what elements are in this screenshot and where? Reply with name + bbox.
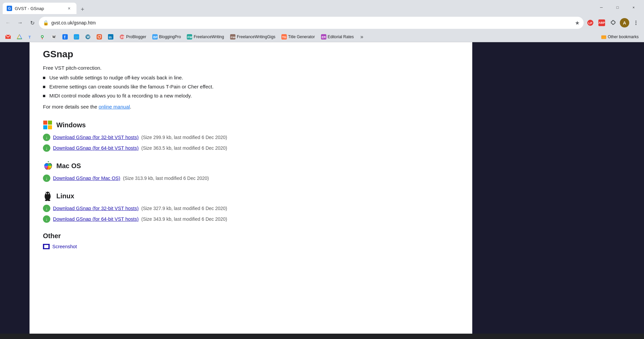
bookmark-wikipedia[interactable]: W [48,32,59,41]
svg-point-51 [48,200,50,201]
toolbar: ← → ↻ 🔒 gvst.co.uk/gsnap.htm ★ LP ABP [0,14,644,31]
window-controls: ─ □ × [594,2,644,14]
new-tab-button[interactable]: + [78,5,87,14]
svg-text:in: in [109,36,112,39]
address-bar[interactable]: 🔒 gvst.co.uk/gsnap.htm ★ [39,17,584,29]
download-row: ↓ Download GSnap (for 64-bit VST hosts) … [43,144,459,152]
linux-logo-icon [43,191,52,201]
bookmark-instagram[interactable] [94,32,105,41]
bookmark-linkedin[interactable]: in [105,32,116,41]
adblock-icon[interactable]: ABP [596,17,607,28]
screenshot-icon [43,244,50,249]
lastpass-icon[interactable]: LP [585,17,596,28]
bookmark-freelancewritinggigs[interactable]: FWG FreelanceWritingGigs [227,32,278,41]
bookmark-editorialrates[interactable]: ER Editorial Rates [318,32,357,41]
bookmark-bloggingpro[interactable]: BP BloggingPro [150,32,183,41]
toolbar-icons: LP ABP A [585,17,641,28]
bookmark-wordpress[interactable]: W [83,32,93,41]
svg-point-48 [47,193,47,194]
bookmark-freelancewriting[interactable]: FW FreelanceWriting [184,32,226,41]
svg-text:ER: ER [322,36,326,39]
maps-icon [40,34,45,40]
svg-text:G: G [8,6,11,10]
online-manual-link[interactable]: online manual [99,104,130,110]
bookmark-titlegenerator[interactable]: TG Title Generator [279,32,318,41]
minimize-button[interactable]: ─ [594,2,609,13]
svg-rect-43 [48,125,52,129]
list-item: Use with subtle settings to nudge off-ke… [43,75,459,80]
tab-title: GVST - GSnap [15,6,63,11]
svg-point-50 [45,200,48,201]
active-tab[interactable]: G GVST - GSnap × [3,3,76,14]
linux-32bit-meta: (Size 327.9 kb, last modified 6 Dec 2020… [141,206,227,211]
freelancewriting-favicon: FW [187,34,192,40]
windows-32bit-download-link[interactable]: Download GSnap (for 32-bit VST hosts) [53,135,139,140]
windows-64bit-download-link[interactable]: Download GSnap (for 64-bit VST hosts) [53,145,139,151]
download-icon: ↓ [43,175,50,182]
linux-64bit-download-link[interactable]: Download GSnap (for 64-bit VST hosts) [53,216,139,222]
download-icon: ↓ [43,144,50,152]
page-title: GSnap [43,49,459,60]
tab-close-button[interactable]: × [66,5,72,12]
problogger-label: ProBlogger [126,35,146,39]
forward-button[interactable]: → [15,17,25,28]
svg-text:W: W [87,35,90,39]
bookmark-maps[interactable] [37,32,48,41]
tab-bar: G GVST - GSnap × + ─ □ × [0,0,644,14]
editorialrates-label: Editorial Rates [328,35,354,39]
translate-icon: T [28,34,34,40]
feature-list: Use with subtle settings to nudge off-ke… [43,75,459,98]
macos-download-link[interactable]: Download GSnap (for Mac OS) [53,176,120,181]
download-icon: ↓ [43,205,50,212]
other-section: Other Screenshot [43,232,459,249]
bookmark-drive[interactable] [14,32,25,41]
list-item-text: Extreme settings can create sounds like … [49,84,214,89]
windows-logo-icon [43,120,52,130]
list-item: MIDI control mode allows you to fit a re… [43,93,459,98]
bookmark-facebook[interactable]: f [60,32,70,41]
back-button[interactable]: ← [3,17,13,28]
screenshot-label: Screenshot [52,244,77,249]
svg-text:TG: TG [282,36,286,39]
windows-section-title: Windows [56,121,86,129]
twitter-icon: 🐦 [74,34,79,40]
svg-text:W: W [52,35,56,39]
close-button[interactable]: × [626,2,641,13]
bookmark-star-icon[interactable]: ★ [575,20,580,26]
svg-text:BP: BP [153,36,158,39]
list-item: Extreme settings can create sounds like … [43,84,459,89]
lock-icon: 🔒 [43,20,49,25]
editorialrates-favicon: ER [321,34,326,40]
bookmark-twitter[interactable]: 🐦 [71,32,82,41]
linkedin-icon: in [108,34,113,40]
list-item-text: MIDI control mode allows you to fit a re… [49,93,192,98]
svg-rect-42 [43,125,47,129]
wikipedia-icon: W [51,34,56,40]
more-info-text: For more details see the online manual. [43,104,459,110]
menu-button[interactable] [631,17,641,28]
svg-point-5 [636,22,637,23]
bookmarks-more-button[interactable]: » [357,32,367,41]
bookmark-gmail[interactable] [3,32,13,41]
download-row: ↓ Download GSnap (for 32-bit VST hosts) … [43,205,459,212]
svg-text:FW: FW [187,36,192,39]
svg-text:LP: LP [588,21,592,25]
browser-frame: G GVST - GSnap × + ─ □ × ← → ↻ 🔒 gvst.co… [0,0,644,42]
gmail-icon [5,34,11,40]
refresh-button[interactable]: ↻ [27,17,38,28]
svg-rect-39 [601,36,606,39]
bookmark-translate[interactable]: T [25,32,36,41]
svg-text:FWG: FWG [231,36,235,39]
maximize-button[interactable]: □ [610,2,625,13]
bookmark-problogger[interactable]: PB ProBlogger [117,32,149,41]
titlegenerator-label: Title Generator [288,35,315,39]
linux-32bit-download-link[interactable]: Download GSnap (for 32-bit VST hosts) [53,206,139,211]
download-row: ↓ Download GSnap (for 64-bit VST hosts) … [43,215,459,223]
profile-avatar[interactable]: A [619,17,630,28]
svg-rect-22 [97,34,102,40]
screenshot-item[interactable]: Screenshot [43,244,459,249]
download-icon: ↓ [43,134,50,141]
svg-text:T: T [29,35,31,39]
other-bookmarks-folder[interactable]: Other bookmarks [598,32,641,41]
extensions-button[interactable] [608,17,619,28]
